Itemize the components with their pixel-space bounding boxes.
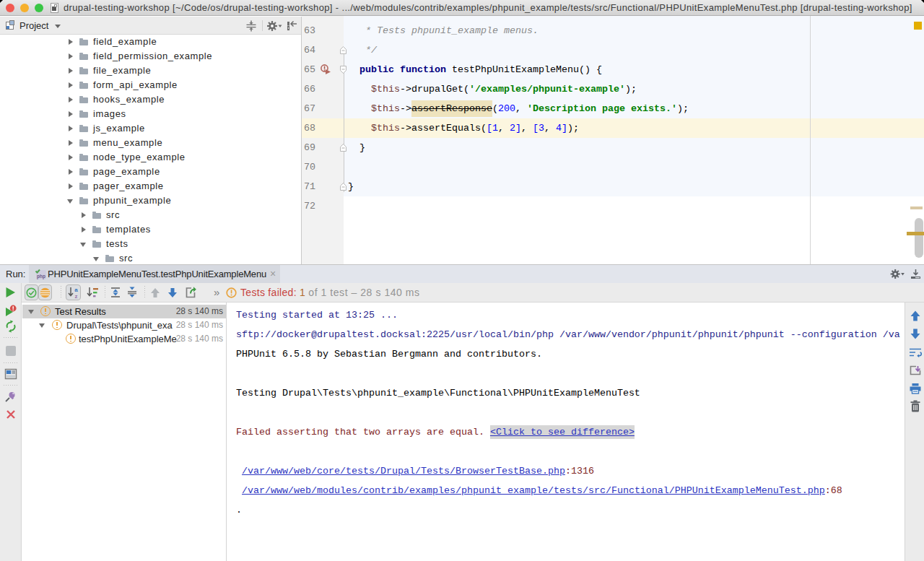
svg-text:z: z (75, 293, 78, 300)
svg-text:php: php (37, 274, 45, 279)
